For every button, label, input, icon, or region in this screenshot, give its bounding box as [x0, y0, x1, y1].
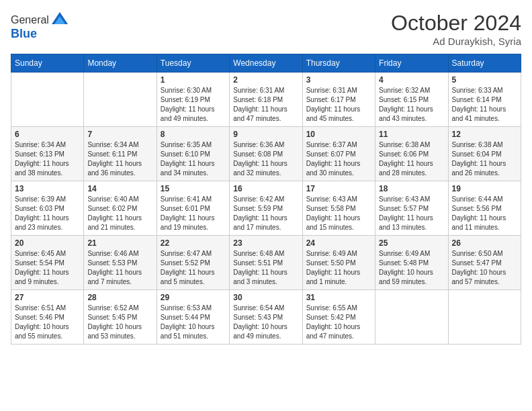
calendar-cell: 31Sunrise: 6:55 AM Sunset: 5:42 PM Dayli… — [302, 290, 375, 345]
calendar-cell: 10Sunrise: 6:37 AM Sunset: 6:07 PM Dayli… — [302, 127, 375, 181]
location: Ad Duraykish, Syria — [391, 36, 521, 47]
day-info: Sunrise: 6:42 AM Sunset: 5:59 PM Dayligh… — [233, 195, 298, 232]
day-number: 27 — [15, 293, 80, 302]
day-info: Sunrise: 6:47 AM Sunset: 5:52 PM Dayligh… — [161, 249, 226, 287]
day-number: 8 — [161, 130, 226, 139]
day-info: Sunrise: 6:41 AM Sunset: 6:01 PM Dayligh… — [161, 195, 226, 232]
calendar-cell: 22Sunrise: 6:47 AM Sunset: 5:52 PM Dayli… — [157, 236, 229, 290]
calendar-cell — [11, 73, 84, 127]
calendar-cell: 4Sunrise: 6:32 AM Sunset: 6:15 PM Daylig… — [375, 73, 448, 127]
day-number: 19 — [452, 184, 517, 193]
calendar-cell: 23Sunrise: 6:48 AM Sunset: 5:51 PM Dayli… — [230, 236, 302, 290]
day-info: Sunrise: 6:32 AM Sunset: 6:15 PM Dayligh… — [379, 86, 444, 124]
weekday-sunday: Sunday — [11, 54, 84, 73]
week-row-4: 20Sunrise: 6:45 AM Sunset: 5:54 PM Dayli… — [11, 236, 521, 290]
day-number: 7 — [87, 130, 152, 139]
day-number: 6 — [15, 130, 80, 139]
day-info: Sunrise: 6:38 AM Sunset: 6:06 PM Dayligh… — [379, 140, 444, 178]
day-number: 22 — [161, 238, 226, 248]
day-info: Sunrise: 6:43 AM Sunset: 5:58 PM Dayligh… — [306, 195, 371, 232]
day-info: Sunrise: 6:54 AM Sunset: 5:43 PM Dayligh… — [233, 304, 298, 341]
day-info: Sunrise: 6:45 AM Sunset: 5:54 PM Dayligh… — [15, 249, 80, 287]
day-info: Sunrise: 6:35 AM Sunset: 6:10 PM Dayligh… — [161, 140, 226, 178]
day-number: 1 — [161, 75, 226, 85]
day-number: 4 — [379, 75, 444, 85]
day-info: Sunrise: 6:51 AM Sunset: 5:46 PM Dayligh… — [15, 304, 80, 341]
day-number: 26 — [452, 238, 517, 248]
logo: General Blue — [11, 11, 69, 41]
week-row-5: 27Sunrise: 6:51 AM Sunset: 5:46 PM Dayli… — [11, 290, 521, 345]
calendar-cell: 21Sunrise: 6:46 AM Sunset: 5:53 PM Dayli… — [84, 236, 157, 290]
day-number: 15 — [161, 184, 226, 193]
header: General Blue October 2024 Ad Duraykish, … — [11, 11, 521, 47]
calendar-cell: 16Sunrise: 6:42 AM Sunset: 5:59 PM Dayli… — [230, 181, 302, 236]
day-info: Sunrise: 6:34 AM Sunset: 6:13 PM Dayligh… — [15, 140, 80, 178]
day-number: 5 — [452, 75, 517, 85]
day-number: 11 — [379, 130, 444, 139]
day-info: Sunrise: 6:36 AM Sunset: 6:08 PM Dayligh… — [233, 140, 298, 178]
day-info: Sunrise: 6:31 AM Sunset: 6:18 PM Dayligh… — [233, 86, 298, 124]
month-title: October 2024 — [391, 11, 521, 36]
calendar-cell: 8Sunrise: 6:35 AM Sunset: 6:10 PM Daylig… — [157, 127, 229, 181]
calendar-cell: 24Sunrise: 6:49 AM Sunset: 5:50 PM Dayli… — [302, 236, 375, 290]
day-info: Sunrise: 6:49 AM Sunset: 5:50 PM Dayligh… — [306, 249, 371, 287]
calendar-cell: 2Sunrise: 6:31 AM Sunset: 6:18 PM Daylig… — [230, 73, 302, 127]
day-number: 14 — [87, 184, 152, 193]
week-row-1: 1Sunrise: 6:30 AM Sunset: 6:19 PM Daylig… — [11, 73, 521, 127]
calendar-cell: 9Sunrise: 6:36 AM Sunset: 6:08 PM Daylig… — [230, 127, 302, 181]
day-info: Sunrise: 6:37 AM Sunset: 6:07 PM Dayligh… — [306, 140, 371, 178]
day-number: 29 — [161, 293, 226, 302]
calendar-cell: 6Sunrise: 6:34 AM Sunset: 6:13 PM Daylig… — [11, 127, 84, 181]
day-info: Sunrise: 6:52 AM Sunset: 5:45 PM Dayligh… — [87, 304, 152, 341]
day-info: Sunrise: 6:46 AM Sunset: 5:53 PM Dayligh… — [87, 249, 152, 287]
day-info: Sunrise: 6:49 AM Sunset: 5:48 PM Dayligh… — [379, 249, 444, 287]
day-info: Sunrise: 6:38 AM Sunset: 6:04 PM Dayligh… — [452, 140, 517, 178]
day-number: 24 — [306, 238, 371, 248]
day-number: 20 — [15, 238, 80, 248]
calendar-cell: 11Sunrise: 6:38 AM Sunset: 6:06 PM Dayli… — [375, 127, 448, 181]
day-number: 10 — [306, 130, 371, 139]
calendar-cell — [448, 290, 521, 345]
day-info: Sunrise: 6:53 AM Sunset: 5:44 PM Dayligh… — [161, 304, 226, 341]
calendar-cell: 29Sunrise: 6:53 AM Sunset: 5:44 PM Dayli… — [157, 290, 229, 345]
day-info: Sunrise: 6:43 AM Sunset: 5:57 PM Dayligh… — [379, 195, 444, 232]
calendar-cell: 20Sunrise: 6:45 AM Sunset: 5:54 PM Dayli… — [11, 236, 84, 290]
day-number: 16 — [233, 184, 298, 193]
day-number: 28 — [87, 293, 152, 302]
day-info: Sunrise: 6:50 AM Sunset: 5:47 PM Dayligh… — [452, 249, 517, 287]
calendar-cell: 5Sunrise: 6:33 AM Sunset: 6:14 PM Daylig… — [448, 73, 521, 127]
calendar-cell: 27Sunrise: 6:51 AM Sunset: 5:46 PM Dayli… — [11, 290, 84, 345]
calendar-cell: 26Sunrise: 6:50 AM Sunset: 5:47 PM Dayli… — [448, 236, 521, 290]
day-info: Sunrise: 6:40 AM Sunset: 6:02 PM Dayligh… — [87, 195, 152, 232]
weekday-wednesday: Wednesday — [230, 54, 302, 73]
day-info: Sunrise: 6:31 AM Sunset: 6:17 PM Dayligh… — [306, 86, 371, 124]
day-number: 9 — [233, 130, 298, 139]
calendar-cell — [84, 73, 157, 127]
calendar-cell — [375, 290, 448, 345]
weekday-saturday: Saturday — [448, 54, 521, 73]
day-number: 13 — [15, 184, 80, 193]
calendar-cell: 15Sunrise: 6:41 AM Sunset: 6:01 PM Dayli… — [157, 181, 229, 236]
logo-icon — [50, 11, 69, 30]
calendar-cell: 13Sunrise: 6:39 AM Sunset: 6:03 PM Dayli… — [11, 181, 84, 236]
weekday-tuesday: Tuesday — [157, 54, 229, 73]
weekday-friday: Friday — [375, 54, 448, 73]
page: General Blue October 2024 Ad Duraykish, … — [0, 0, 532, 411]
weekday-header-row: SundayMondayTuesdayWednesdayThursdayFrid… — [11, 54, 521, 73]
calendar-cell: 19Sunrise: 6:44 AM Sunset: 5:56 PM Dayli… — [448, 181, 521, 236]
day-info: Sunrise: 6:48 AM Sunset: 5:51 PM Dayligh… — [233, 249, 298, 287]
day-number: 23 — [233, 238, 298, 248]
week-row-2: 6Sunrise: 6:34 AM Sunset: 6:13 PM Daylig… — [11, 127, 521, 181]
day-number: 21 — [87, 238, 152, 248]
day-number: 25 — [379, 238, 444, 248]
calendar: SundayMondayTuesdayWednesdayThursdayFrid… — [11, 54, 521, 345]
day-number: 17 — [306, 184, 371, 193]
week-row-3: 13Sunrise: 6:39 AM Sunset: 6:03 PM Dayli… — [11, 181, 521, 236]
day-info: Sunrise: 6:33 AM Sunset: 6:14 PM Dayligh… — [452, 86, 517, 124]
day-info: Sunrise: 6:34 AM Sunset: 6:11 PM Dayligh… — [87, 140, 152, 178]
day-number: 3 — [306, 75, 371, 85]
calendar-cell: 7Sunrise: 6:34 AM Sunset: 6:11 PM Daylig… — [84, 127, 157, 181]
calendar-cell: 17Sunrise: 6:43 AM Sunset: 5:58 PM Dayli… — [302, 181, 375, 236]
day-info: Sunrise: 6:55 AM Sunset: 5:42 PM Dayligh… — [306, 304, 371, 341]
calendar-cell: 30Sunrise: 6:54 AM Sunset: 5:43 PM Dayli… — [230, 290, 302, 345]
